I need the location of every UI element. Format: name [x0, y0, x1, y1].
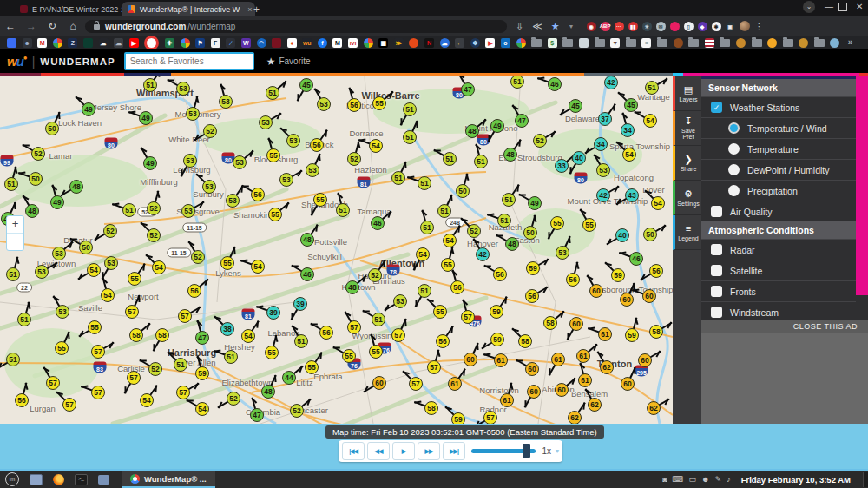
bookmark-favicon[interactable]: ◠ [257, 38, 266, 48]
weather-station-marker[interactable]: 51 [266, 86, 279, 100]
window-minimize-icon[interactable]: — [825, 2, 833, 11]
weather-station-marker[interactable]: 59 [611, 268, 625, 282]
weather-station-marker[interactable]: 62 [600, 360, 614, 374]
weather-station-marker[interactable]: 51 [4, 177, 18, 191]
bookmark-favicon[interactable] [579, 38, 589, 48]
zoom-out-button[interactable]: − [7, 234, 23, 250]
weather-station-marker[interactable]: 53 [52, 247, 66, 260]
bookmark-favicon[interactable]: wu [302, 38, 312, 48]
weather-station-marker[interactable]: 56 [525, 289, 539, 303]
weather-station-marker[interactable]: 39 [293, 297, 307, 311]
weather-station-marker[interactable]: 61 [598, 327, 612, 341]
weather-station-marker[interactable]: 55 [265, 346, 279, 359]
time-slider[interactable] [471, 449, 536, 453]
weather-station-marker[interactable]: 49 [139, 111, 153, 125]
weather-station-marker[interactable]: 52 [147, 228, 161, 242]
weather-station-marker[interactable]: 58 [424, 401, 438, 415]
weather-station-marker[interactable]: 56 [436, 334, 450, 348]
weather-station-marker[interactable]: 50 [456, 184, 470, 198]
weather-station-marker[interactable]: 56 [251, 188, 265, 201]
weather-station-marker[interactable]: 62 [647, 401, 661, 415]
weather-station-marker[interactable]: 45 [624, 98, 638, 112]
weather-station-marker[interactable]: 55 [128, 272, 141, 286]
weather-station-marker[interactable]: 57 [427, 360, 441, 374]
browser-tab-1[interactable]: E PA/NJ/DE Winter 2022-2023 × [14, 2, 128, 16]
weather-station-marker[interactable]: 39 [266, 306, 280, 320]
weather-station-marker[interactable]: 61 [500, 393, 514, 407]
bookmarks-overflow-icon[interactable]: » [845, 38, 855, 48]
bookmark-favicon[interactable]: ❄ [470, 38, 480, 48]
url-caret-icon[interactable]: ▼ [569, 23, 575, 30]
tool-share[interactable]: ❯Share [673, 146, 701, 181]
weather-station-marker[interactable]: 51 [294, 334, 308, 348]
back-icon[interactable]: ← [0, 20, 21, 32]
weather-station-marker[interactable]: 55 [372, 96, 386, 110]
weather-station-marker[interactable]: 60 [527, 385, 541, 399]
bookmark-favicon[interactable]: ▼ [610, 38, 620, 48]
speed-value[interactable]: 1x [542, 446, 551, 456]
weather-station-marker[interactable]: 55 [88, 320, 102, 334]
weather-station-marker[interactable]: 51 [6, 267, 20, 281]
window-restore-icon[interactable] [838, 3, 847, 11]
bookmark-favicon[interactable]: ▦ [378, 38, 388, 48]
weather-station-marker[interactable]: 51 [372, 313, 385, 326]
weather-station-marker[interactable]: 53 [233, 155, 247, 169]
weather-station-marker[interactable]: 51 [6, 353, 20, 366]
weather-station-marker[interactable]: 48 [25, 204, 39, 218]
bookmark-favicon[interactable] [83, 38, 93, 48]
weather-station-marker[interactable]: 51 [510, 76, 524, 89]
bookmark-favicon[interactable] [364, 38, 373, 48]
pen-icon[interactable]: ✎ [715, 475, 722, 484]
skip-start-button[interactable]: |◀◀ [342, 442, 365, 460]
weather-station-marker[interactable]: 60 [555, 383, 569, 397]
weather-station-marker[interactable]: 57 [391, 328, 405, 342]
weather-station-marker[interactable]: 54 [140, 393, 154, 407]
weather-station-marker[interactable]: 54 [241, 329, 255, 343]
weather-station-marker[interactable]: 61 [448, 377, 462, 391]
weather-station-marker[interactable]: 46 [371, 216, 385, 230]
weather-station-marker[interactable]: 47 [195, 331, 209, 345]
weather-station-marker[interactable]: 50 [45, 122, 59, 135]
weather-station-marker[interactable]: 53 [35, 265, 49, 279]
profile-avatar[interactable] [740, 21, 750, 31]
weather-station-marker[interactable]: 60 [589, 284, 603, 298]
radio-icon[interactable] [728, 185, 740, 196]
bookmark-favicon[interactable]: ⌐ [455, 38, 464, 48]
weather-station-marker[interactable]: 45 [569, 99, 582, 113]
weather-station-marker[interactable]: 48 [261, 385, 275, 399]
checkbox-icon[interactable] [711, 286, 722, 297]
rewind-button[interactable]: ◀◀ [367, 442, 390, 460]
bookmark-favicon[interactable]: F [211, 38, 220, 48]
weather-station-marker[interactable]: 55 [342, 349, 356, 363]
bookmark-favicon[interactable] [736, 38, 746, 48]
bookmark-favicon[interactable]: ≡ [641, 38, 651, 48]
bookmark-favicon[interactable]: ıvı [348, 38, 358, 48]
weather-station-marker[interactable]: 52 [31, 147, 45, 161]
shield-icon[interactable]: ◙ [662, 475, 667, 484]
slider-handle[interactable] [523, 444, 530, 458]
favorite-control[interactable]: ★ Favorite [266, 56, 311, 68]
weather-station-marker[interactable]: 61 [551, 353, 565, 366]
extension-icon[interactable]: ✱ [712, 22, 721, 31]
weather-station-marker[interactable]: 53 [317, 97, 331, 111]
layer-row-radar[interactable]: Radar [701, 239, 856, 260]
weather-station-marker[interactable]: 60 [638, 353, 652, 367]
weather-station-marker[interactable]: 46 [300, 267, 314, 281]
weather-station-marker[interactable]: 50 [79, 241, 93, 254]
extension-icon[interactable]: ▮▮ [628, 22, 638, 31]
weather-station-marker[interactable]: 53 [279, 173, 293, 187]
weather-station-marker[interactable]: 52 [290, 404, 304, 418]
weather-station-marker[interactable]: 53 [306, 163, 319, 177]
weather-station-marker[interactable]: 54 [251, 260, 265, 274]
weather-station-marker[interactable]: 61 [576, 349, 590, 363]
tool-legend[interactable]: ≡Legend [673, 215, 701, 250]
layer-row-precipitation[interactable]: Precipitation [701, 180, 856, 201]
weather-station-marker[interactable]: 55 [220, 256, 234, 270]
weather-station-marker[interactable]: 43 [625, 188, 639, 202]
bookmark-favicon[interactable] [516, 38, 526, 48]
bookmark-star-icon[interactable]: ★ [551, 21, 560, 32]
bookmark-favicon[interactable]: ▶ [485, 38, 495, 48]
weather-station-marker[interactable]: 54 [443, 234, 457, 247]
weather-station-marker[interactable]: 55 [313, 193, 327, 207]
extension-icon[interactable]: ◉ [587, 22, 596, 31]
